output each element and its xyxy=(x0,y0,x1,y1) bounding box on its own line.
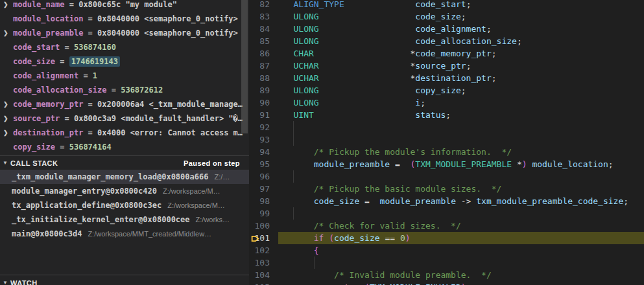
variable-row[interactable]: code_start = 536874160 xyxy=(0,40,249,54)
line-number[interactable]: 94 xyxy=(249,146,278,158)
variable-name: code_alignment xyxy=(13,71,78,80)
code-line-text xyxy=(278,256,644,269)
line-number[interactable]: 97 xyxy=(249,183,278,195)
line-number[interactable]: 88 xyxy=(249,72,278,84)
line-number[interactable]: 82 xyxy=(249,0,278,10)
line-number[interactable]: 96 xyxy=(249,170,278,183)
code-token: 0 xyxy=(400,233,405,243)
line-number[interactable]: 86 xyxy=(249,47,278,60)
line-number[interactable]: 99 xyxy=(249,207,278,220)
code-line[interactable]: 83 ULONG code_size; xyxy=(249,10,644,23)
panel-scrollbar[interactable] xyxy=(241,0,248,133)
code-token: code_size xyxy=(334,233,379,243)
variable-row[interactable]: ❯code_memory_ptr = 0x200006a4 <_txm_modu… xyxy=(0,97,249,111)
code-line[interactable]: 99 xyxy=(249,207,644,220)
variable-row[interactable]: ❯module_preamble = 0x8040000 <semaphore_… xyxy=(0,26,249,40)
code-line[interactable]: 104 /* Invalid module preamble. */ xyxy=(249,269,644,281)
code-lines: 82 ALIGN_TYPE code_start;83 ULONG code_s… xyxy=(249,0,644,285)
variable-row[interactable]: code_size = 1746619143 xyxy=(0,54,249,69)
code-token xyxy=(278,245,314,255)
code-line[interactable]: 97 /* Pickup the basic module sizes. */ xyxy=(249,183,644,195)
line-number[interactable]: 87 xyxy=(249,60,278,72)
code-token: ; xyxy=(492,49,497,58)
code-line[interactable]: 103 xyxy=(249,256,644,269)
variable-row[interactable]: ❯destination_ptr = 0x4000 <error: Cannot… xyxy=(0,126,249,140)
chevron-right-icon[interactable]: ❯ xyxy=(0,130,13,136)
code-token: ; xyxy=(623,196,628,206)
code-line[interactable]: 89 ULONG copy_size; xyxy=(249,84,644,97)
code-line[interactable]: 91 UINT status; xyxy=(249,109,644,121)
line-number[interactable]: 89 xyxy=(249,84,278,97)
code-line[interactable]: 101 if (code_size == 0) xyxy=(249,232,644,244)
stack-frame[interactable]: module_manager_entry@0x0800c420Z:/worksp… xyxy=(0,184,249,198)
line-number[interactable]: 85 xyxy=(249,35,278,47)
variable-row[interactable]: code_alignment = 1 xyxy=(0,69,249,83)
code-line[interactable]: 105 return(TXM_MODULE_INVALID); xyxy=(249,281,644,285)
chevron-right-icon[interactable]: ❯ xyxy=(0,101,13,108)
line-number[interactable]: 101 xyxy=(249,232,278,244)
stack-frame[interactable]: _txm_module_manager_memory_load@0x0800a6… xyxy=(0,170,249,184)
variable-row[interactable]: ❯source_ptr = 0x800c3a9 <module_fault_ha… xyxy=(0,111,249,126)
code-line[interactable]: 98 code_size = module_preamble -> txm_mo… xyxy=(249,195,644,207)
code-line[interactable]: 94 /* Pickup the module's information. *… xyxy=(249,146,644,158)
code-line[interactable]: 84 ULONG code_alignment; xyxy=(249,23,644,35)
frame-name: main@0x0800c3d4 xyxy=(12,229,82,238)
line-number[interactable]: 84 xyxy=(249,23,278,35)
code-line[interactable]: 96 xyxy=(249,170,644,183)
stack-frame[interactable]: tx_application_define@0x0800c3ecZ:/works… xyxy=(0,198,249,212)
stack-frame[interactable]: _tx_initialize_kernel_enter@0x08000ceeZ:… xyxy=(0,212,249,227)
line-number[interactable]: 91 xyxy=(249,109,278,121)
line-number[interactable]: 92 xyxy=(249,121,278,133)
line-number[interactable]: 98 xyxy=(249,195,278,207)
section-divider xyxy=(0,275,249,275)
line-number[interactable]: 93 xyxy=(249,133,278,146)
code-line[interactable]: 93 xyxy=(249,133,644,146)
code-line[interactable]: 95 module_preamble = (TXM_MODULE_PREAMBL… xyxy=(249,158,644,170)
indent-guide xyxy=(293,121,294,133)
chevron-right-icon[interactable]: ❯ xyxy=(0,1,13,8)
variable-row[interactable]: code_allocation_size = 536872612 xyxy=(0,83,249,97)
equals-sign: = xyxy=(64,0,78,9)
chevron-right-icon[interactable]: ❯ xyxy=(0,115,13,122)
stack-frame[interactable]: main@0x0800c3d4Z:/workspace/MMT_created/… xyxy=(0,227,249,241)
line-number[interactable]: 90 xyxy=(249,97,278,109)
variable-row[interactable]: ❯module_name = 0x800c65c "my module" xyxy=(0,0,249,12)
line-number[interactable]: 105 xyxy=(249,281,278,285)
code-editor[interactable]: 82 ALIGN_TYPE code_start;83 ULONG code_s… xyxy=(249,0,644,285)
code-line[interactable]: 92 xyxy=(249,121,644,133)
code-token: ALIGN_TYPE xyxy=(293,0,344,9)
code-token xyxy=(278,24,293,34)
variable-row[interactable]: module_location = 0x8040000 <semaphore_0… xyxy=(0,12,249,26)
code-token xyxy=(314,49,411,58)
line-number[interactable]: 100 xyxy=(249,220,278,232)
line-number[interactable]: 104 xyxy=(249,269,278,281)
code-line[interactable]: 100 /* Check for valid sizes. */ xyxy=(249,220,644,232)
equals-sign: = xyxy=(83,28,97,38)
code-line[interactable]: 86 CHAR *code_memory_ptr; xyxy=(249,47,644,60)
call-stack-list: _txm_module_manager_memory_load@0x0800a6… xyxy=(0,170,249,241)
equals-sign: = xyxy=(60,114,74,123)
variables-list: ❯module_name = 0x800c65c "my module"modu… xyxy=(0,0,249,154)
code-token: ; xyxy=(461,86,466,95)
code-token xyxy=(319,98,416,108)
chevron-down-icon[interactable]: ▼ xyxy=(0,280,10,285)
code-line[interactable]: 85 ULONG code_allocation_size; xyxy=(249,35,644,47)
watch-header[interactable]: ▼ WATCH xyxy=(0,276,249,285)
line-number[interactable]: 103 xyxy=(249,256,278,269)
code-line[interactable]: 82 ALIGN_TYPE code_start; xyxy=(249,0,644,10)
code-token xyxy=(278,49,293,58)
line-number[interactable]: 95 xyxy=(249,158,278,170)
line-number[interactable]: 102 xyxy=(249,244,278,256)
variable-row[interactable]: copy_size = 536874164 xyxy=(0,140,249,154)
line-number[interactable]: 83 xyxy=(249,10,278,23)
code-line[interactable]: 88 UCHAR *destination_ptr; xyxy=(249,72,644,84)
chevron-down-icon[interactable]: ▼ xyxy=(0,160,10,166)
code-line[interactable]: 87 UCHAR *source_ptr; xyxy=(249,60,644,72)
variable-name: code_allocation_size xyxy=(13,86,107,95)
code-line[interactable]: 102 { xyxy=(249,244,644,256)
code-line-text: UCHAR *destination_ptr; xyxy=(278,72,644,84)
variable-name: code_memory_ptr xyxy=(13,100,83,109)
call-stack-header[interactable]: ▼ CALL STACK Paused on step xyxy=(0,156,249,170)
chevron-right-icon[interactable]: ❯ xyxy=(0,30,13,36)
code-line[interactable]: 90 ULONG i; xyxy=(249,97,644,109)
